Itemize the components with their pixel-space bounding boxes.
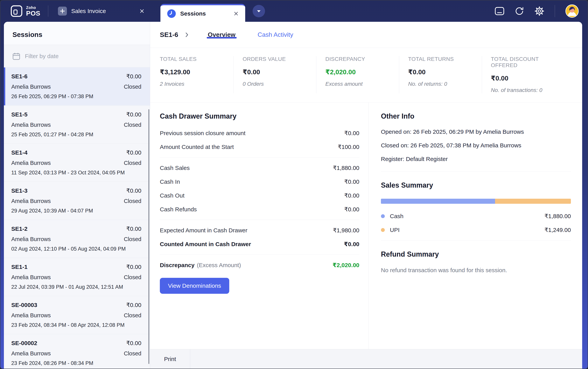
sessions-sidebar: Sessions Filter by date SE1-6₹0.00 Ameli… [4, 22, 150, 369]
tab-cash-activity[interactable]: Cash Activity [257, 31, 294, 38]
session-id: SE-00002 [11, 340, 37, 347]
divider [381, 171, 571, 172]
session-list-item[interactable]: SE1-4₹0.00 Amelia BurrowsClosed 11 Sep 2… [4, 144, 150, 182]
session-period: 23 Feb 2024, 08:34 PM - 08 Apr 2024, 12:… [11, 322, 141, 328]
stat-total-discount: TOTAL DISCOUNT OFFERED ₹0.00 No. of tran… [482, 56, 574, 93]
session-status: Closed [124, 84, 141, 90]
chevron-right-icon [185, 32, 188, 37]
sync-button[interactable] [515, 6, 524, 16]
session-amount: ₹0.00 [126, 340, 141, 347]
session-user: Amelia Burrows [11, 236, 51, 242]
session-list-item[interactable]: SE1-5₹0.00 Amelia BurrowsClosed 25 Feb 2… [4, 106, 150, 144]
cash-drawer-rows: Previous session closure amount₹0.00 Amo… [160, 130, 359, 268]
zoho-pos-logo: Zoho POS [10, 5, 40, 17]
stat-discrepancy: DISCREPANCY ₹2,020.00 Excess amount [316, 56, 399, 93]
session-user: Amelia Burrows [11, 160, 51, 166]
session-period: 29 Aug 2024, 10:39 AM - 04:07 PM [11, 208, 141, 214]
row-cash-out: Cash Out₹0.00 [160, 192, 359, 199]
session-status: Closed [124, 274, 141, 281]
date-filter-input[interactable]: Filter by date [4, 45, 150, 67]
session-amount: ₹0.00 [126, 111, 141, 118]
session-amount: ₹0.00 [126, 73, 141, 80]
tab-label: Sessions [180, 10, 206, 17]
sidebar-scrollbar[interactable] [148, 109, 149, 364]
breadcrumb: SE1-6 [160, 31, 178, 39]
session-status: Closed [124, 122, 141, 128]
session-amount: ₹0.00 [126, 263, 141, 270]
row-cash-sales: Cash Sales₹1,880.00 [160, 164, 359, 171]
zoho-pos-logo-text: Zoho POS [26, 6, 40, 17]
session-id: SE1-2 [11, 226, 27, 232]
session-id: SE1-6 [11, 73, 27, 80]
divider [160, 157, 359, 157]
stat-total-sales: TOTAL SALES ₹3,129.00 2 Invoices [160, 56, 234, 93]
tab-sales-invoice[interactable]: Sales Invoice [56, 7, 146, 16]
session-id: SE-00003 [11, 302, 37, 308]
upi-legend-dot [381, 228, 385, 232]
session-list-item[interactable]: SE1-3₹0.00 Amelia BurrowsClosed 29 Aug 2… [4, 182, 150, 220]
topbar: Zoho POS Sales Invoice Sessions [0, 0, 588, 22]
bar-segment-cash [381, 199, 495, 204]
session-user: Amelia Burrows [11, 84, 51, 90]
bar-segment-upi [495, 199, 571, 204]
print-button[interactable]: Print [150, 349, 190, 369]
session-user: Amelia Burrows [11, 198, 51, 204]
session-period: 23 Feb 2024, 08:26 PM - 08:34 PM [11, 360, 141, 366]
legend-row-cash: Cash ₹1,880.00 [381, 213, 571, 219]
section-title: Refund Summary [381, 250, 571, 258]
legend-row-upi: UPI ₹1,249.00 [381, 226, 571, 233]
row-cash-in: Cash In₹0.00 [160, 178, 359, 185]
cash-drawer-summary: Cash Drawer Summary Previous session clo… [150, 102, 368, 349]
row-discrepancy: Discrepancy(Excess Amount) ₹2,020.00 [160, 262, 359, 268]
detail-body: Cash Drawer Summary Previous session clo… [150, 102, 582, 349]
topbar-divider [555, 5, 555, 17]
tab-sessions[interactable]: Sessions [160, 4, 245, 22]
session-amount: ₹0.00 [126, 187, 141, 194]
row-cash-refunds: Cash Refunds₹0.00 [160, 206, 359, 213]
calendar-icon [12, 52, 20, 60]
close-icon[interactable] [234, 11, 238, 16]
sessions-list: SE1-6₹0.00 Amelia BurrowsClosed 26 Feb 2… [4, 67, 150, 369]
session-id: SE1-1 [11, 264, 27, 270]
session-list-item[interactable]: SE-00002₹0.00 Amelia BurrowsClosed 23 Fe… [4, 334, 150, 369]
divider [160, 255, 359, 255]
row-previous-closure: Previous session closure amount₹0.00 [160, 130, 359, 136]
session-user: Amelia Burrows [11, 122, 51, 128]
view-denominations-button[interactable]: View Denominations [160, 278, 229, 294]
session-list-item[interactable]: SE1-2₹0.00 Amelia BurrowsClosed 02 Aug 2… [4, 220, 150, 258]
tab-label: Sales Invoice [71, 8, 106, 14]
plus-icon [58, 7, 67, 16]
session-list-item[interactable]: SE1-6₹0.00 Amelia BurrowsClosed 26 Feb 2… [4, 67, 150, 106]
user-avatar[interactable] [566, 4, 579, 18]
tab-overview[interactable]: Overview [207, 31, 237, 38]
gear-icon [535, 6, 544, 16]
session-status: Closed [124, 350, 141, 357]
sidebar-header: Sessions [4, 22, 150, 45]
row-counted-amount: Counted Amount in Cash Drawer₹0.00 [160, 241, 359, 247]
detail-header: SE1-6 Overview Cash Activity [150, 22, 582, 48]
close-icon[interactable] [139, 9, 144, 14]
content-panel: Sessions Filter by date SE1-6₹0.00 Ameli… [4, 22, 582, 369]
stat-orders-value: ORDERS VALUE ₹0.00 0 Orders [234, 56, 317, 93]
cash-drawer-panel-button[interactable] [495, 7, 504, 15]
topbar-divider [48, 5, 48, 17]
app-window: Zoho POS Sales Invoice Sessions [0, 0, 588, 369]
session-period: 02 Aug 2024, 12:10 PM - 05 Aug 2024, 04:… [11, 246, 141, 252]
session-status: Closed [124, 236, 141, 242]
session-id: SE1-3 [11, 187, 27, 194]
section-title: Cash Drawer Summary [160, 112, 359, 120]
stats-row: TOTAL SALES ₹3,129.00 2 Invoices ORDERS … [150, 48, 582, 102]
caret-down-icon [257, 10, 261, 13]
divider [160, 220, 359, 220]
closed-on-line: Closed on: 26 Feb 2025, 07:38 PM by Amel… [381, 142, 571, 149]
session-amount: ₹0.00 [126, 302, 141, 308]
session-list-item[interactable]: SE1-1₹0.00 Amelia BurrowsClosed 22 Jul 2… [4, 258, 150, 296]
settings-button[interactable] [535, 6, 544, 16]
tab-dropdown-button[interactable] [253, 5, 265, 17]
session-list-item[interactable]: SE-00003₹0.00 Amelia BurrowsClosed 23 Fe… [4, 296, 150, 334]
session-id: SE1-4 [11, 149, 27, 156]
row-expected-amount: Expected Amount in Cash Drawer₹1,980.00 [160, 227, 359, 234]
stat-total-returns: TOTAL RETURNS ₹0.00 No. of returns: 0 [399, 56, 482, 93]
filter-placeholder: Filter by date [25, 53, 59, 60]
session-status: Closed [124, 160, 141, 166]
